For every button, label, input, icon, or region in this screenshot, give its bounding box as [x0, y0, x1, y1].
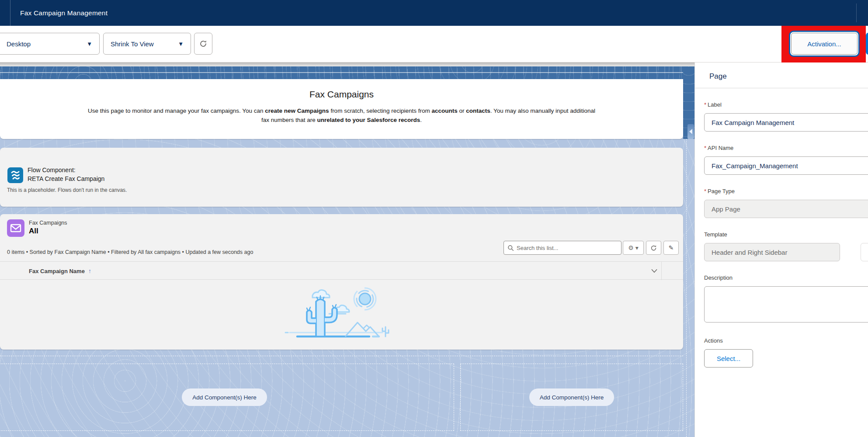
api-name-field-label: *API Name	[704, 145, 868, 151]
search-icon	[507, 245, 514, 251]
page-type-field-label: *Page Type	[704, 188, 868, 194]
page-type-input	[704, 200, 868, 218]
page-title-header: Fax Campaign Management	[20, 0, 108, 26]
actions-group: Actions Select...	[704, 337, 868, 368]
panel-title-divider	[695, 88, 868, 88]
canvas-page-title: Fax Campaigns	[0, 89, 683, 100]
region-boundary-dashed-line	[0, 356, 683, 356]
chevron-left-icon	[689, 129, 692, 134]
flow-component-title: Flow Component: RETA Create Fax Campaign	[28, 166, 104, 183]
canvas-region-dashed-border	[686, 139, 687, 437]
header-left-divider	[10, 0, 10, 26]
label-input[interactable]	[704, 113, 868, 132]
pencil-icon: ✎	[669, 244, 674, 251]
list-view-name[interactable]: All	[29, 227, 38, 236]
list-entity-label: Fax Campaigns	[29, 220, 67, 226]
required-asterisk: *	[704, 145, 706, 151]
canvas-page-description: Use this page to monitor and manage your…	[6, 106, 677, 125]
flow-component-label: Flow Component:	[28, 166, 104, 174]
page-properties-panel: Page *Label *API Name *Page Type Templat…	[695, 62, 868, 437]
rich-text-header-component[interactable]: Fax Campaigns Use this page to monitor a…	[0, 79, 683, 139]
column-header-fax-campaign-name[interactable]: Fax Campaign Name ↑	[29, 262, 91, 280]
template-field-group: Template Change	[704, 231, 868, 261]
panel-collapse-handle[interactable]	[687, 124, 694, 139]
zoom-view-selector-value: Shrink To View	[111, 40, 154, 48]
chevron-down-icon: ▾	[635, 244, 639, 251]
flow-icon	[7, 167, 23, 183]
empty-region-right[interactable]: Add Component(s) Here	[460, 364, 683, 431]
required-asterisk: *	[704, 188, 706, 194]
description-field-group: Description	[704, 274, 868, 324]
envelope-icon	[7, 219, 24, 237]
list-table-header-row: Fax Campaign Name ↑	[0, 261, 683, 280]
chevron-down-icon	[651, 269, 657, 273]
zoom-view-selector[interactable]: Shrink To View ▼	[103, 33, 191, 55]
chevron-down-icon: ▼	[178, 41, 191, 47]
app-header-bar: Fax Campaign Management	[0, 0, 868, 26]
template-input	[704, 243, 840, 261]
empty-state-illustration	[282, 283, 396, 344]
description-textarea[interactable]	[704, 286, 868, 323]
gear-icon: ⚙	[628, 244, 634, 251]
canvas-wallpaper-top-band	[0, 66, 694, 79]
select-actions-button[interactable]: Select...	[704, 349, 753, 368]
description-field-label: Description	[704, 274, 868, 281]
list-settings-button[interactable]: ⚙ ▾	[623, 241, 644, 255]
sort-ascending-icon: ↑	[88, 267, 91, 274]
header-right-divider	[856, 3, 857, 22]
required-asterisk: *	[704, 101, 706, 108]
flow-component[interactable]: Flow Component: RETA Create Fax Campaign…	[0, 148, 683, 207]
empty-region-left[interactable]: Add Component(s) Here	[0, 364, 454, 431]
device-selector-value: Desktop	[7, 40, 31, 48]
builder-toolbar: Desktop ▼ Shrink To View ▼	[0, 26, 868, 62]
list-view-component[interactable]: Fax Campaigns All 0 items • Sorted by Fa…	[0, 214, 683, 350]
chevron-down-icon: ▼	[87, 41, 99, 47]
flow-placeholder-note: This is a placeholder. Flows don't run i…	[7, 187, 127, 193]
label-field-group: *Label	[704, 101, 868, 132]
template-field-label: Template	[704, 231, 868, 238]
list-edit-button[interactable]: ✎	[663, 241, 679, 255]
actions-label: Actions	[704, 337, 868, 344]
column-actions-chevron[interactable]	[649, 265, 660, 277]
page-type-field-group: *Page Type	[704, 188, 868, 218]
list-status-line: 0 items • Sorted by Fax Campaign Name • …	[7, 249, 253, 255]
add-component-pill[interactable]: Add Component(s) Here	[529, 388, 614, 406]
add-component-pill[interactable]: Add Component(s) Here	[182, 388, 267, 406]
panel-title: Page	[709, 72, 868, 81]
builder-canvas: Fax Campaigns Use this page to monitor a…	[0, 62, 694, 437]
column-divider	[661, 262, 662, 280]
change-template-button[interactable]: Change	[861, 243, 868, 261]
search-input[interactable]	[517, 245, 618, 251]
refresh-canvas-button[interactable]	[194, 33, 212, 55]
refresh-icon	[199, 40, 207, 48]
activation-button[interactable]: Activation...	[791, 33, 858, 55]
save-button[interactable]	[866, 33, 868, 55]
flow-name: RETA Create Fax Campaign	[28, 174, 104, 183]
annotation-highlight-box: Activation...	[781, 26, 866, 63]
canvas-horizontal-scrollbar[interactable]	[0, 62, 694, 66]
api-name-input[interactable]	[704, 156, 868, 175]
device-selector[interactable]: Desktop ▼	[0, 33, 100, 55]
label-field-label: *Label	[704, 101, 868, 108]
refresh-icon	[650, 245, 657, 251]
list-search-box[interactable]	[503, 241, 621, 255]
list-refresh-button[interactable]	[646, 241, 661, 255]
api-name-field-group: *API Name	[704, 145, 868, 175]
